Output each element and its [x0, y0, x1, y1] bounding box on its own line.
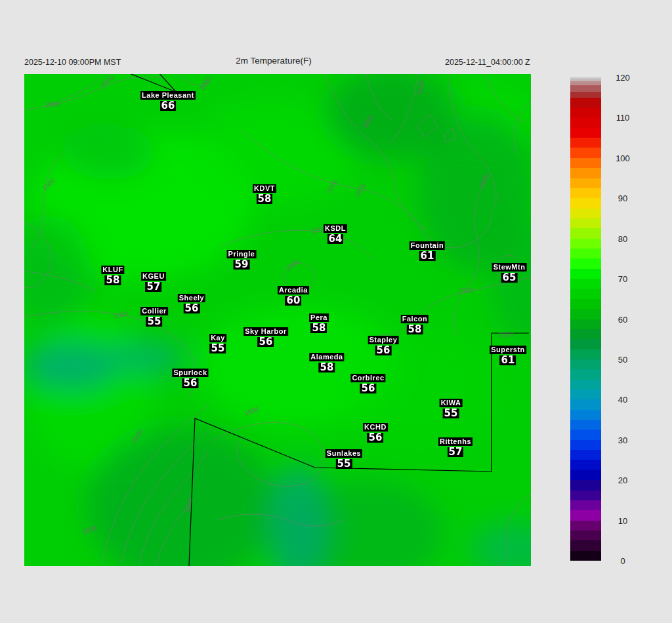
colorbar-tick-100: 100	[610, 153, 636, 163]
station-temperature: 57	[146, 282, 162, 292]
colorbar-tick-40: 40	[610, 395, 636, 405]
temperature-map[interactable]: 2000250020001500350030002500200015001500…	[24, 74, 531, 566]
station-kgeu: KGEU57	[141, 272, 166, 292]
station-pringle: Pringle59	[227, 250, 257, 270]
station-name: Pera	[309, 313, 329, 322]
colorbar-tick-20: 20	[610, 475, 636, 485]
station-name: Fountain	[410, 241, 445, 250]
valid-time-utc: 2025-12-11_04:00:00 Z	[445, 58, 530, 67]
colorbar-tick-50: 50	[610, 354, 636, 364]
station-rittenhs: Rittenhs57	[438, 437, 472, 457]
station-name: KDVT	[253, 184, 276, 193]
station-name: Rittenhs	[438, 437, 472, 446]
station-temperature: 65	[501, 273, 518, 283]
station-temperature: 58	[311, 323, 327, 333]
colorbar-tick-120: 120	[610, 73, 636, 83]
station-temperature: 59	[234, 260, 250, 270]
station-name: Lake Pleasant	[140, 91, 196, 100]
station-name: Sheely	[178, 294, 205, 302]
station-name: StewMtn	[492, 263, 527, 271]
station-name: KIWA	[440, 399, 463, 407]
colorbar-tick-80: 80	[610, 233, 636, 243]
colorbar-tick-labels: 1201101009080706050403020100	[610, 77, 649, 561]
station-temperature: 56	[182, 378, 199, 388]
station-kdvt: KDVT58	[253, 184, 276, 204]
page-title: 2m Temperature(F)	[0, 56, 672, 66]
station-sheely: Sheely56	[178, 294, 205, 313]
station-fountain: Fountain61	[410, 241, 445, 261]
colorbar-tick-70: 70	[610, 274, 636, 284]
title-text: 2m Temperature(F)	[236, 56, 311, 66]
station-kay: Kay55	[209, 334, 226, 353]
station-name: Arcadia	[278, 286, 309, 294]
station-name: KSDL	[324, 224, 347, 233]
station-temperature: 58	[319, 363, 335, 372]
station-temperature: 60	[285, 296, 302, 306]
station-kchd: KCHD56	[363, 423, 388, 443]
station-name: Sky Harbor	[243, 327, 288, 336]
station-kiwa: KIWA55	[440, 399, 463, 418]
station-name: Alameda	[309, 353, 344, 361]
station-temperature: 61	[419, 251, 436, 261]
station-spurlock: Spurlock56	[172, 369, 208, 388]
station-temperature: 55	[443, 409, 459, 418]
station-name: KCHD	[363, 423, 388, 432]
colorbar-tick-0: 0	[610, 556, 636, 566]
station-temperature: 56	[368, 433, 384, 443]
station-name: Spurlock	[172, 369, 208, 377]
station-name: Falcon	[401, 315, 429, 323]
station-stapley: Stapley56	[368, 336, 399, 355]
station-name: Kay	[209, 334, 226, 342]
station-temperature: 56	[360, 384, 377, 393]
station-name: Superstn	[490, 346, 526, 354]
station-name: Collier	[140, 307, 168, 315]
contour-elevation-label: 2000	[498, 331, 513, 339]
station-kluf: KLUF58	[101, 266, 124, 285]
station-superstn: Superstn61	[490, 346, 526, 365]
colorbar-tick-60: 60	[610, 314, 636, 324]
station-stewmtn: StewMtn65	[492, 263, 527, 283]
station-temperature: 56	[375, 346, 392, 355]
station-temperature: 58	[407, 325, 423, 334]
station-name: Stapley	[368, 336, 399, 344]
station-name: Corblrec	[350, 374, 385, 382]
station-temperature: 58	[105, 275, 121, 285]
contour-elevation-label: 1500	[459, 287, 473, 294]
station-temperature: 57	[448, 447, 464, 457]
station-arcadia: Arcadia60	[278, 286, 309, 306]
station-corblrec: Corblrec56	[350, 374, 385, 393]
station-ksdl: KSDL64	[324, 224, 347, 244]
station-name: Pringle	[227, 250, 257, 258]
station-falcon: Falcon58	[401, 315, 429, 334]
station-alameda: Alameda58	[309, 353, 344, 372]
station-temperature: 56	[258, 337, 274, 347]
station-temperature: 66	[160, 101, 177, 111]
station-temperature: 56	[184, 304, 200, 313]
station-temperature: 58	[257, 194, 273, 204]
station-temperature: 55	[210, 344, 226, 353]
temperature-colorbar	[570, 77, 601, 561]
station-temperature: 55	[146, 317, 163, 327]
station-lake-pleasant: Lake Pleasant66	[140, 91, 196, 111]
colorbar-tick-110: 110	[610, 113, 636, 123]
station-sunlakes: Sunlakes55	[326, 449, 362, 469]
station-name: KLUF	[101, 266, 124, 274]
colorbar-tick-90: 90	[610, 193, 636, 203]
station-sky-harbor: Sky Harbor56	[243, 327, 288, 347]
temperature-field	[24, 74, 531, 566]
station-temperature: 61	[500, 355, 516, 365]
station-name: KGEU	[141, 272, 166, 281]
station-name: Sunlakes	[326, 449, 362, 458]
station-temperature: 55	[336, 459, 352, 469]
colorbar-tick-30: 30	[610, 435, 636, 445]
station-collier: Collier55	[140, 307, 168, 327]
colorbar-tick-10: 10	[610, 515, 636, 525]
station-pera: Pera58	[309, 313, 329, 333]
station-temperature: 64	[327, 234, 344, 244]
